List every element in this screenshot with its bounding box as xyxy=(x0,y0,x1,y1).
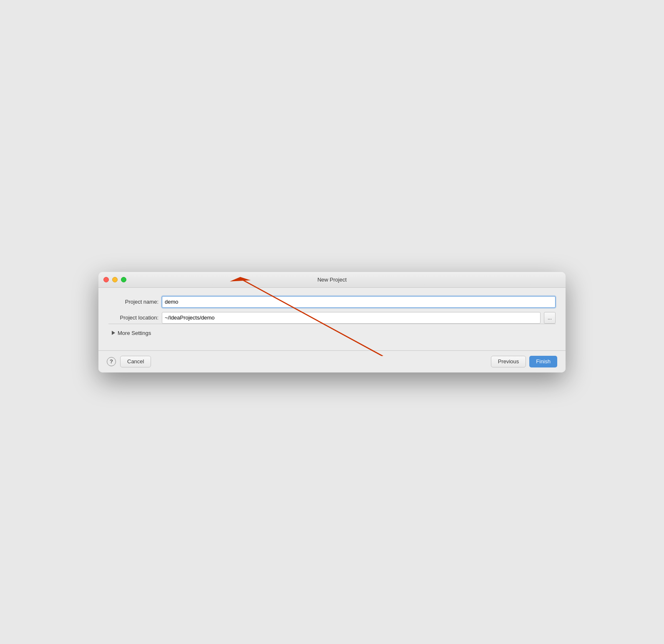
help-button[interactable]: ? xyxy=(107,357,116,366)
close-button[interactable] xyxy=(103,277,109,282)
form-section: Project name: Project location: ... xyxy=(108,296,556,324)
browse-button[interactable]: ... xyxy=(544,312,556,324)
title-bar: New Project xyxy=(98,272,566,288)
bottom-bar: ? Cancel Previous Finish xyxy=(98,350,566,372)
project-name-label: Project name: xyxy=(108,299,158,305)
traffic-lights xyxy=(103,277,126,282)
bottom-right: Previous Finish xyxy=(491,356,557,367)
cancel-button[interactable]: Cancel xyxy=(120,356,151,367)
dialog-window: New Project Project name: Project locati… xyxy=(98,272,566,372)
project-location-row: Project location: ... xyxy=(108,312,556,324)
maximize-button[interactable] xyxy=(121,277,126,282)
finish-button[interactable]: Finish xyxy=(529,356,557,367)
previous-button[interactable]: Previous xyxy=(491,356,526,367)
minimize-button[interactable] xyxy=(112,277,118,282)
more-settings-toggle[interactable]: More Settings xyxy=(108,328,556,338)
bottom-left: ? Cancel xyxy=(107,356,151,367)
project-location-label: Project location: xyxy=(108,314,158,321)
more-settings-section: More Settings xyxy=(108,324,556,342)
project-name-input[interactable] xyxy=(162,296,556,308)
more-settings-label: More Settings xyxy=(118,330,151,336)
project-location-input[interactable] xyxy=(162,312,541,324)
dialog-content: Project name: Project location: ... More… xyxy=(98,288,566,350)
triangle-icon xyxy=(112,331,115,335)
project-name-row: Project name: xyxy=(108,296,556,308)
window-title: New Project xyxy=(317,277,347,283)
